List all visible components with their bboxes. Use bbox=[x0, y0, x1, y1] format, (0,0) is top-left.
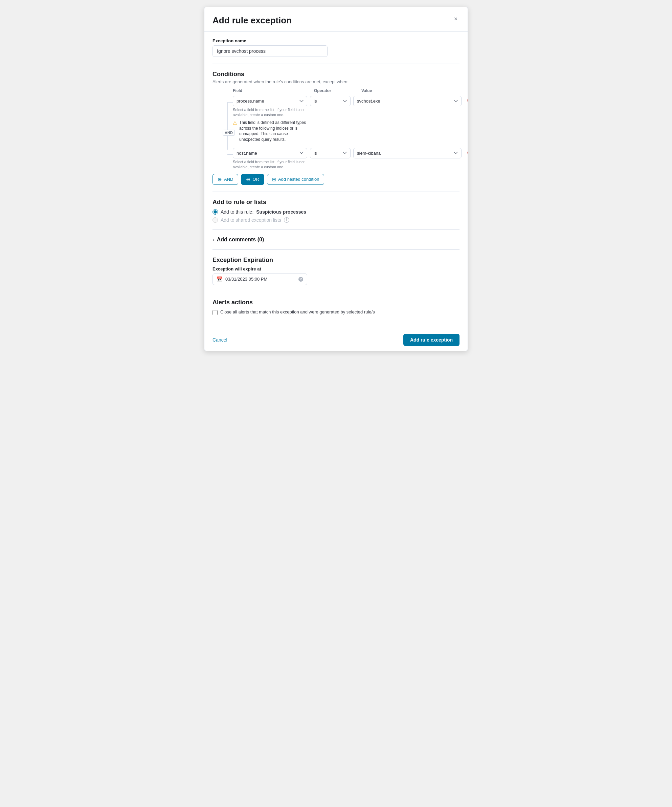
row2-fields: host.name Select a field from the list. … bbox=[233, 148, 460, 170]
tree-hline-2 bbox=[227, 154, 233, 155]
tree-vertical-line bbox=[227, 103, 228, 149]
row1-field-select[interactable]: process.name bbox=[233, 96, 307, 106]
row2-operator-col: is bbox=[310, 148, 350, 158]
modal-header: Add rule exception × bbox=[204, 7, 468, 32]
close-alerts-label: Close all alerts that match this excepti… bbox=[220, 309, 375, 314]
alerts-actions-section: Alerts actions Close all alerts that mat… bbox=[212, 299, 460, 315]
expiration-title: Exception Expiration bbox=[212, 257, 460, 264]
expiration-section: Exception Expiration Exception will expi… bbox=[212, 257, 460, 285]
divider-5 bbox=[212, 292, 460, 292]
rule-name: Suspicious processes bbox=[256, 209, 306, 214]
divider-4 bbox=[212, 249, 460, 250]
add-to-rule-title: Add to rule or lists bbox=[212, 199, 460, 206]
divider-3 bbox=[212, 229, 460, 230]
conditions-title: Conditions bbox=[212, 71, 460, 78]
calendar-icon: 📅 bbox=[216, 276, 222, 282]
info-icon[interactable]: i bbox=[284, 218, 289, 223]
and-button-label: AND bbox=[224, 177, 233, 182]
and-connector-badge: AND bbox=[222, 130, 235, 136]
col-header-field: Field bbox=[233, 88, 307, 93]
or-button[interactable]: ⊕ OR bbox=[241, 174, 264, 185]
alerts-actions-title: Alerts actions bbox=[212, 299, 460, 306]
radio-label-2: Add to shared exception lists bbox=[221, 218, 281, 223]
nested-icon: ⊞ bbox=[272, 177, 276, 182]
add-to-rule-options: Add to this rule: Suspicious processes A… bbox=[212, 209, 460, 223]
trash-icon bbox=[466, 98, 468, 104]
modal-footer: Cancel Add rule exception bbox=[204, 329, 468, 351]
close-button[interactable]: × bbox=[452, 15, 460, 23]
cancel-button[interactable]: Cancel bbox=[212, 334, 227, 345]
radio-this-rule[interactable] bbox=[212, 209, 218, 214]
radio-shared-lists bbox=[212, 218, 218, 223]
close-alerts-checkbox-item[interactable]: Close all alerts that match this excepti… bbox=[212, 309, 460, 315]
row1-fields: process.name Select a field from the lis… bbox=[233, 96, 460, 143]
date-input[interactable] bbox=[226, 277, 295, 282]
row1-field-hint: Select a field from the list. If your fi… bbox=[233, 107, 307, 118]
row1-value-select[interactable]: svchost.exe bbox=[353, 96, 461, 106]
row1-warning-text: This field is defined as different types… bbox=[239, 120, 307, 143]
clear-date-button[interactable] bbox=[298, 277, 304, 282]
modal-body: Exception name Conditions Alerts are gen… bbox=[204, 32, 468, 329]
conditions-columns-header: Field Operator Value bbox=[212, 88, 460, 93]
condition-row-1: process.name Select a field from the lis… bbox=[233, 96, 460, 143]
radio-item-shared[interactable]: Add to shared exception lists i bbox=[212, 218, 460, 223]
conditions-tree: AND process.name Select a field from the… bbox=[212, 96, 460, 170]
col-header-operator: Operator bbox=[314, 88, 355, 93]
clear-icon bbox=[298, 277, 304, 282]
warning-icon: ⚠ bbox=[233, 120, 237, 126]
or-plus-icon: ⊕ bbox=[246, 177, 251, 182]
tree-hline-1 bbox=[227, 102, 233, 103]
conditions-buttons: ⊕ AND ⊕ OR ⊞ Add nested condition bbox=[212, 174, 460, 185]
row1-operator-select[interactable]: is bbox=[310, 96, 350, 106]
row1-value-col: svchost.exe bbox=[353, 96, 461, 106]
row1-delete-button[interactable] bbox=[464, 96, 468, 106]
close-alerts-checkbox[interactable] bbox=[212, 310, 217, 315]
exception-name-section: Exception name bbox=[212, 38, 460, 57]
row2-operator-select[interactable]: is bbox=[310, 148, 350, 158]
add-rule-exception-modal: Add rule exception × Exception name Cond… bbox=[204, 7, 468, 351]
radio-label-1: Add to this rule: bbox=[221, 209, 254, 214]
chevron-right-icon: › bbox=[212, 237, 214, 242]
row1-operator-col: is bbox=[310, 96, 350, 106]
and-button[interactable]: ⊕ AND bbox=[212, 174, 238, 185]
exception-name-input[interactable] bbox=[212, 45, 327, 57]
row2-value-select[interactable]: siem-kibana bbox=[353, 148, 461, 158]
date-input-wrap[interactable]: 📅 bbox=[212, 274, 307, 285]
col-header-value: Value bbox=[362, 88, 460, 93]
row2-delete-button[interactable] bbox=[464, 149, 468, 158]
expiration-field-label: Exception will expire at bbox=[212, 266, 460, 271]
comments-label: Add comments (0) bbox=[217, 237, 264, 243]
modal-title: Add rule exception bbox=[212, 15, 292, 26]
row2-field-select[interactable]: host.name bbox=[233, 148, 307, 158]
add-to-rule-section: Add to rule or lists Add to this rule: S… bbox=[212, 199, 460, 223]
and-plus-icon: ⊕ bbox=[217, 177, 222, 182]
condition-row-2: host.name Select a field from the list. … bbox=[233, 148, 460, 170]
row1-field-col: process.name Select a field from the lis… bbox=[233, 96, 307, 143]
radio-item-rule[interactable]: Add to this rule: Suspicious processes bbox=[212, 209, 460, 214]
or-button-label: OR bbox=[252, 177, 259, 182]
row2-field-hint: Select a field from the list. If your fi… bbox=[233, 159, 307, 170]
row2-field-col: host.name Select a field from the list. … bbox=[233, 148, 307, 170]
trash-icon-2 bbox=[466, 151, 468, 156]
nested-button-label: Add nested condition bbox=[278, 177, 319, 182]
rule-radio-group: Add to this rule: Suspicious processes A… bbox=[212, 209, 460, 223]
conditions-section: Conditions Alerts are generated when the… bbox=[212, 71, 460, 185]
exception-name-label: Exception name bbox=[212, 38, 460, 43]
add-comments-section[interactable]: › Add comments (0) bbox=[212, 237, 460, 243]
conditions-subtitle: Alerts are generated when the rule's con… bbox=[212, 79, 460, 84]
row2-value-col: siem-kibana bbox=[353, 148, 461, 158]
row1-warning: ⚠ This field is defined as different typ… bbox=[233, 120, 307, 143]
submit-button[interactable]: Add rule exception bbox=[403, 334, 460, 346]
add-nested-condition-button[interactable]: ⊞ Add nested condition bbox=[267, 174, 324, 185]
